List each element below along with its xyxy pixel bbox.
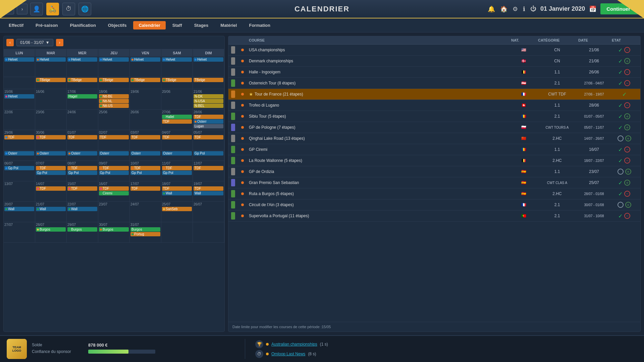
bell-icon[interactable]: 🔔 — [488, 5, 495, 13]
notif-link-2[interactable]: Omloop Last News — [271, 352, 305, 356]
list-item[interactable]: TDF — [162, 119, 192, 124]
manager-icon-btn[interactable]: 👤 — [30, 3, 43, 15]
list-item[interactable]: Helvet — [4, 94, 34, 99]
notif-link-1[interactable]: Australian championships — [271, 342, 317, 347]
list-item[interactable]: TDF — [4, 135, 34, 139]
minus-icon[interactable]: − — [624, 47, 630, 53]
list-item[interactable]: Osterr — [194, 119, 223, 124]
list-item[interactable]: TDF — [162, 186, 192, 191]
home-icon[interactable]: 🏠 — [500, 5, 507, 13]
list-item[interactable]: SanSeb — [162, 207, 192, 211]
list-item[interactable]: TDF — [99, 186, 129, 191]
minus-icon[interactable]: − — [624, 213, 630, 219]
tab-formation[interactable]: Formation — [244, 21, 276, 29]
tab-planification[interactable]: Planification — [65, 21, 101, 29]
list-item[interactable]: Helvet — [162, 57, 192, 62]
list-item[interactable]: TDF — [162, 135, 192, 139]
list-item[interactable]: Osterr — [130, 151, 160, 156]
list-item[interactable]: Burgos — [130, 227, 160, 232]
list-item[interactable]: TBelge — [67, 78, 97, 82]
table-row[interactable]: Gran Premio San Sebastian 🇪🇸 CWT CLAS A … — [228, 177, 640, 188]
table-row[interactable]: Ruta a Burgos (5 étapes) 🇪🇸 2.HC 28/07 -… — [228, 188, 640, 199]
list-item[interactable]: TDF — [99, 135, 129, 139]
list-item[interactable]: Hagel — [67, 94, 97, 99]
list-item[interactable]: TDF — [194, 186, 223, 191]
list-item[interactable]: Ciremi — [99, 191, 129, 195]
cal-next-button[interactable]: › — [56, 39, 63, 46]
table-row[interactable]: Qinghai Lake Road (13 étapes) 🇨🇳 2.HC 14… — [228, 133, 640, 144]
minus-icon[interactable]: − — [624, 158, 630, 164]
list-item[interactable]: Hallel — [162, 115, 192, 119]
list-item[interactable]: Osterr — [36, 151, 66, 156]
plus-icon[interactable]: + — [625, 169, 631, 175]
table-row[interactable]: GP Ciremi 🇷🇴 1.1 16/07 ✓ − — [228, 144, 640, 155]
list-item[interactable]: Helvet — [67, 57, 97, 62]
list-item[interactable]: TDF — [36, 166, 66, 170]
list-item[interactable]: Wall — [162, 191, 192, 195]
cal-prev-button[interactable]: ‹ — [6, 39, 14, 46]
list-item[interactable]: TDF — [36, 186, 66, 191]
list-item[interactable]: Gp Pol — [67, 171, 97, 175]
list-item[interactable]: TDF — [194, 166, 223, 170]
list-item[interactable]: Gp Pol — [194, 151, 223, 156]
globe-icon-btn[interactable]: 🌐 — [78, 3, 91, 15]
power-icon[interactable]: ⏻ — [530, 5, 536, 12]
list-item[interactable]: TDF — [194, 115, 223, 119]
table-row[interactable]: Trofeo di Lugano 🇨🇭 1.1 28/06 ✓ − — [228, 100, 640, 111]
info-icon[interactable]: ℹ — [523, 5, 525, 13]
tab-calendrier[interactable]: Calendrier — [133, 21, 165, 29]
list-item[interactable]: Helvet — [99, 57, 129, 62]
list-item[interactable]: N-BEL — [194, 104, 223, 108]
list-item[interactable]: N-USA — [194, 99, 223, 103]
list-item[interactable]: Wall — [194, 191, 223, 195]
list-item[interactable]: Osterr — [4, 151, 34, 156]
plus-icon[interactable]: + — [624, 124, 630, 130]
list-item[interactable]: Ntt-US — [99, 104, 129, 108]
list-item[interactable]: Ntt-NL — [99, 99, 129, 103]
list-item[interactable]: Wall — [4, 207, 34, 211]
list-item[interactable]: TBelge — [194, 78, 223, 82]
plus-icon[interactable]: + — [625, 202, 631, 208]
minus-icon[interactable]: − — [624, 191, 630, 197]
tab-materiel[interactable]: Matériel — [215, 21, 242, 29]
list-item[interactable]: Osterr — [162, 151, 192, 156]
table-row[interactable]: USA championships 🇺🇸 CN 21/06 ✓ − — [228, 45, 640, 56]
plus-icon[interactable]: + — [624, 58, 630, 64]
list-item[interactable]: Helvet — [194, 57, 223, 62]
tab-stages[interactable]: Stages — [189, 21, 214, 29]
list-item[interactable]: Lugan — [194, 124, 223, 128]
tab-objectifs[interactable]: Objectifs — [103, 21, 132, 29]
list-item[interactable]: TBelge — [36, 78, 66, 82]
table-row[interactable]: ★ Tour de France (21 étapes) 🇫🇷 CWT TDF … — [228, 89, 640, 100]
minus-icon[interactable]: − — [624, 102, 630, 108]
plus-icon[interactable]: + — [624, 113, 630, 119]
list-item[interactable]: TDF — [99, 166, 129, 170]
list-item[interactable]: N-DK — [194, 94, 223, 99]
plus-icon[interactable]: + — [624, 180, 630, 186]
list-item[interactable]: Gp Pol — [162, 171, 192, 175]
list-item[interactable]: Gp Pol — [99, 171, 129, 175]
list-item[interactable]: Osterr — [67, 151, 97, 156]
list-item[interactable]: TDF — [67, 135, 97, 139]
table-row[interactable]: Circuit de l'Ain (3 étapes) 🇫🇷 2.1 30/07… — [228, 199, 640, 210]
list-item[interactable]: TDF — [67, 166, 97, 170]
list-item[interactable]: Helvet — [130, 57, 160, 62]
list-item[interactable]: TBelge — [130, 78, 160, 82]
table-row[interactable]: GP de Pologne (7 étapes) 🇵🇱 CWT TOURS A … — [228, 122, 640, 133]
clock-icon-btn[interactable]: ⏱ — [62, 3, 75, 15]
table-row[interactable]: Halle - Ingooigem 🇧🇪 1.1 26/06 ✓ − — [228, 67, 640, 78]
list-item[interactable]: TDF — [130, 166, 160, 170]
minus-icon[interactable]: − — [624, 69, 630, 75]
tab-effectif[interactable]: Effectif — [3, 21, 29, 29]
list-item[interactable]: Osterr — [99, 151, 129, 156]
calendar-icon[interactable]: 📅 — [589, 5, 596, 13]
minus-icon[interactable]: − — [624, 146, 630, 153]
calendar-period[interactable]: 01/06 - 31/07 ▼ — [16, 39, 53, 46]
list-item[interactable]: Ntt-BE — [99, 94, 129, 99]
list-item[interactable]: TBelge — [162, 78, 192, 82]
list-item[interactable]: Burgos — [99, 227, 129, 232]
list-item[interactable]: TDF — [130, 135, 160, 139]
list-item[interactable]: Portug — [130, 232, 160, 236]
table-row[interactable]: Denmark championships 🇩🇰 CN 21/06 ✓ + — [228, 56, 640, 67]
cyclist-icon-btn[interactable]: 🚴 — [46, 3, 59, 15]
